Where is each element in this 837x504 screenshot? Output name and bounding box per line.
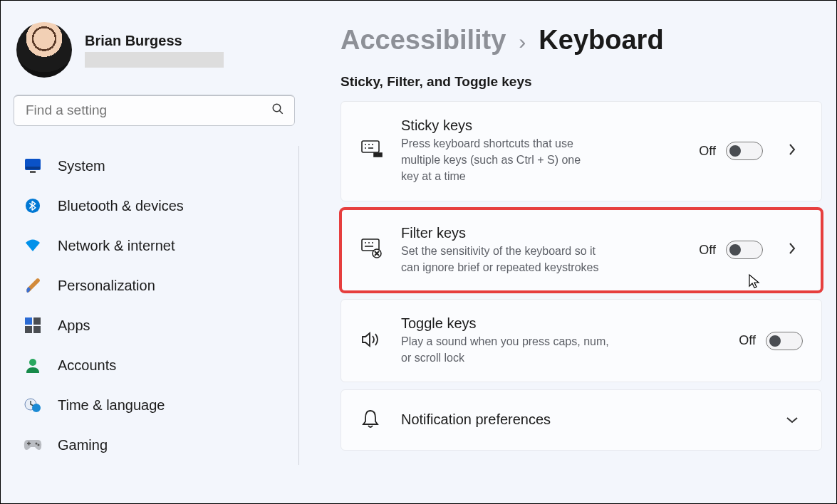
svg-point-10 <box>29 359 36 366</box>
sidebar-item-system[interactable]: System <box>14 146 291 186</box>
keyboard-icon <box>361 140 383 162</box>
setting-title: Toggle keys <box>401 315 615 332</box>
nav-label: Bluetooth & devices <box>58 198 184 214</box>
bluetooth-icon <box>24 196 42 215</box>
svg-rect-7 <box>33 317 41 325</box>
person-icon <box>24 356 42 374</box>
toggle-state-label: Off <box>699 144 716 159</box>
search-input[interactable] <box>14 95 295 126</box>
svg-rect-15 <box>362 141 379 152</box>
toggle-keys-toggle[interactable] <box>766 332 803 350</box>
wifi-icon <box>24 236 42 255</box>
svg-rect-9 <box>33 326 41 333</box>
setting-description: Play a sound when you press caps, num, o… <box>401 333 615 366</box>
setting-row-notification-preferences[interactable]: Notification preferences <box>340 389 822 451</box>
sidebar: Brian Burgess System Bluetooth & devi <box>1 1 312 503</box>
nav-label: System <box>58 158 105 174</box>
profile-name: Brian Burgess <box>85 33 224 49</box>
breadcrumb: Accessibility › Keyboard <box>340 25 822 56</box>
svg-line-1 <box>279 110 283 114</box>
setting-description: Set the sensitivity of the keyboard so i… <box>401 243 601 275</box>
chevron-right-icon[interactable] <box>781 242 803 258</box>
sidebar-item-personalization[interactable]: Personalization <box>14 266 291 305</box>
nav-label: Apps <box>58 317 90 334</box>
nav-label: Gaming <box>58 437 108 453</box>
nav-list: System Bluetooth & devices Network & int… <box>14 146 299 465</box>
sidebar-item-gaming[interactable]: Gaming <box>14 425 291 465</box>
svg-rect-3 <box>26 167 40 169</box>
svg-rect-21 <box>374 153 378 157</box>
monitor-icon <box>24 157 42 175</box>
toggle-state-label: Off <box>739 333 756 348</box>
speaker-icon <box>361 331 383 351</box>
svg-point-13 <box>36 443 38 445</box>
setting-title: Notification preferences <box>401 411 551 428</box>
profile-email-redacted <box>85 52 224 68</box>
sticky-keys-toggle[interactable] <box>726 142 763 160</box>
setting-description: Press keyboard shortcuts that use multip… <box>401 135 601 185</box>
setting-row-filter-keys[interactable]: Filter keys Set the sensitivity of the k… <box>340 209 822 292</box>
sidebar-item-accounts[interactable]: Accounts <box>14 345 291 385</box>
breadcrumb-parent[interactable]: Accessibility <box>340 25 506 56</box>
brush-icon <box>24 276 42 295</box>
svg-point-0 <box>273 104 281 112</box>
chevron-down-icon[interactable] <box>781 413 803 428</box>
search-field[interactable] <box>24 102 271 119</box>
nav-label: Accounts <box>58 357 116 374</box>
sidebar-item-time[interactable]: Time & language <box>14 385 291 425</box>
svg-rect-4 <box>30 171 36 173</box>
apps-icon <box>24 316 42 335</box>
gamepad-icon <box>24 436 42 454</box>
breadcrumb-separator: › <box>519 30 526 54</box>
bell-icon <box>361 409 383 431</box>
clock-globe-icon <box>24 396 42 414</box>
filter-keys-toggle[interactable] <box>726 241 763 259</box>
chevron-right-icon[interactable] <box>781 143 803 159</box>
sidebar-item-bluetooth[interactable]: Bluetooth & devices <box>14 186 291 226</box>
svg-rect-6 <box>25 317 32 325</box>
nav-label: Time & language <box>58 397 165 414</box>
profile-block[interactable]: Brian Burgess <box>16 22 299 78</box>
sidebar-item-network[interactable]: Network & internet <box>14 226 291 266</box>
svg-rect-8 <box>25 326 32 333</box>
keyboard-filter-icon <box>361 238 383 261</box>
avatar <box>16 22 72 78</box>
setting-row-toggle-keys[interactable]: Toggle keys Play a sound when you press … <box>340 299 822 382</box>
sidebar-item-apps[interactable]: Apps <box>14 305 291 345</box>
svg-point-12 <box>32 404 41 412</box>
nav-label: Network & internet <box>58 238 175 254</box>
breadcrumb-current: Keyboard <box>539 25 663 56</box>
toggle-state-label: Off <box>699 243 716 258</box>
setting-title: Filter keys <box>401 225 601 241</box>
main-content: Accessibility › Keyboard Sticky, Filter,… <box>312 1 836 503</box>
section-heading: Sticky, Filter, and Toggle keys <box>340 74 822 90</box>
search-icon <box>271 103 284 118</box>
setting-row-sticky-keys[interactable]: Sticky keys Press keyboard shortcuts tha… <box>340 101 822 201</box>
svg-rect-22 <box>378 153 382 157</box>
svg-point-14 <box>38 444 40 446</box>
nav-label: Personalization <box>58 278 155 294</box>
setting-title: Sticky keys <box>401 117 601 134</box>
